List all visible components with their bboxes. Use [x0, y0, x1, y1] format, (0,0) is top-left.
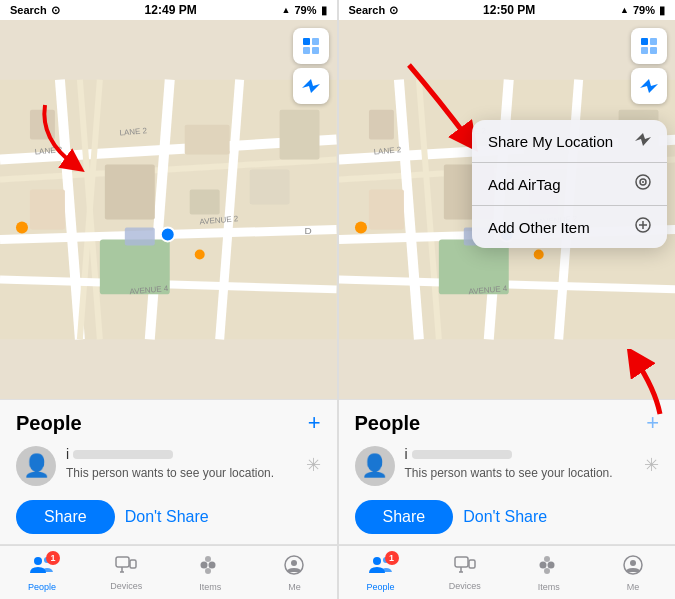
- left-me-icon: [284, 555, 304, 580]
- right-people-title: People: [355, 412, 421, 435]
- svg-rect-30: [312, 47, 319, 54]
- svg-rect-10: [105, 165, 155, 220]
- right-bottom-panel: People + 👤 i This person wants to see yo…: [339, 399, 676, 545]
- left-person-initial: i: [66, 446, 69, 462]
- battery-icon-left: ▮: [321, 4, 327, 17]
- left-avatar: 👤: [16, 446, 56, 486]
- right-tab-items[interactable]: Items: [507, 552, 591, 595]
- right-person-initial: i: [405, 446, 408, 462]
- svg-text:D: D: [305, 225, 312, 236]
- right-avatar: 👤: [355, 446, 395, 486]
- svg-rect-54: [368, 190, 403, 230]
- svg-rect-70: [641, 38, 648, 45]
- svg-rect-73: [650, 47, 657, 54]
- left-tab-items[interactable]: Items: [168, 552, 252, 595]
- left-loading-icon: ✳: [306, 454, 321, 476]
- svg-point-41: [205, 568, 211, 574]
- right-plus-btn[interactable]: +: [646, 410, 659, 436]
- right-map-controls: [631, 28, 667, 104]
- right-avatar-icon: 👤: [361, 453, 388, 479]
- add-other-label: Add Other Item: [488, 219, 590, 236]
- left-map-area[interactable]: LANE 2 LANE 2 AVENUE 2 AVENUE 4 D: [0, 20, 337, 399]
- left-badge: 1: [46, 551, 60, 565]
- svg-point-90: [544, 556, 550, 562]
- right-status-right: ▲ 79% ▮: [620, 4, 665, 17]
- svg-point-24: [16, 221, 28, 233]
- nav-icon-left: ▲: [282, 5, 291, 15]
- svg-rect-16: [280, 110, 320, 160]
- left-status-bar: Search ⊙ 12:49 PM ▲ 79% ▮: [0, 0, 337, 20]
- svg-rect-72: [641, 47, 648, 54]
- left-plus-btn[interactable]: +: [308, 410, 321, 436]
- left-tab-me[interactable]: Me: [252, 552, 336, 595]
- svg-rect-28: [312, 38, 319, 45]
- left-bottom-panel: People + 👤 i This person wants to see yo…: [0, 399, 337, 545]
- add-airtag-label: Add AirTag: [488, 176, 561, 193]
- left-avatar-icon: 👤: [23, 453, 50, 479]
- right-nav-icon: ▲: [620, 5, 629, 15]
- right-location-btn[interactable]: [631, 68, 667, 104]
- map-view-btn[interactable]: [293, 28, 329, 64]
- left-action-buttons: Share Don't Share: [0, 494, 337, 544]
- right-person-desc: This person wants to see your location.: [405, 465, 635, 482]
- right-tab-devices[interactable]: Devices: [423, 552, 507, 595]
- add-other-item[interactable]: Add Other Item: [472, 206, 667, 248]
- right-tab-me[interactable]: Me: [591, 552, 675, 595]
- left-tab-bar: 1 People Devices: [0, 545, 337, 599]
- svg-rect-35: [130, 560, 136, 568]
- right-tab-devices-label: Devices: [449, 581, 481, 591]
- add-airtag-icon: [635, 174, 651, 194]
- svg-rect-84: [455, 557, 468, 567]
- svg-rect-13: [185, 125, 230, 155]
- right-loading-icon: ✳: [644, 454, 659, 476]
- right-dropdown-menu: Share My Location Add AirTag: [472, 120, 667, 248]
- right-dont-share-btn[interactable]: Don't Share: [463, 500, 547, 534]
- location-btn[interactable]: [293, 68, 329, 104]
- svg-rect-71: [650, 38, 657, 45]
- time-left: 12:49 PM: [145, 3, 197, 17]
- svg-point-43: [291, 560, 297, 566]
- right-person-row: 👤 i This person wants to see your locati…: [339, 442, 676, 494]
- svg-point-38: [201, 562, 208, 569]
- right-status-bar: Search ⊙ 12:50 PM ▲ 79% ▮: [339, 0, 676, 20]
- share-location-item[interactable]: Share My Location: [472, 120, 667, 163]
- left-people-icon: 1: [30, 555, 54, 580]
- right-wifi-icon: ⊙: [389, 4, 398, 17]
- right-items-icon: [538, 555, 560, 580]
- svg-point-93: [630, 560, 636, 566]
- svg-point-39: [209, 562, 216, 569]
- right-tab-people[interactable]: 1 People: [339, 552, 423, 595]
- add-airtag-item[interactable]: Add AirTag: [472, 163, 667, 206]
- right-map-view-btn[interactable]: [631, 28, 667, 64]
- right-people-icon: 1: [369, 555, 393, 580]
- svg-point-68: [533, 249, 543, 259]
- left-person-info: i This person wants to see your location…: [66, 446, 296, 482]
- left-person-desc: This person wants to see your location.: [66, 465, 296, 482]
- left-tab-devices[interactable]: Devices: [84, 552, 168, 595]
- left-items-icon: [199, 555, 221, 580]
- left-tab-people[interactable]: 1 People: [0, 552, 84, 595]
- right-devices-icon: [454, 556, 476, 579]
- share-location-icon: [635, 131, 651, 151]
- svg-rect-12: [30, 110, 55, 140]
- svg-point-25: [195, 249, 205, 259]
- left-name-row: i: [66, 446, 296, 462]
- left-dont-share-btn[interactable]: Don't Share: [125, 500, 209, 534]
- right-map-area[interactable]: LANE 2 LANE 2 AVENUE 2 AVENUE 4 D: [339, 20, 676, 399]
- svg-point-77: [642, 181, 644, 183]
- right-tab-me-label: Me: [627, 582, 640, 592]
- right-badge: 1: [385, 551, 399, 565]
- svg-rect-18: [125, 227, 155, 245]
- svg-point-88: [539, 562, 546, 569]
- right-share-btn[interactable]: Share: [355, 500, 454, 534]
- right-people-header: People +: [339, 400, 676, 442]
- left-share-btn[interactable]: Share: [16, 500, 115, 534]
- right-battery: 79%: [633, 4, 655, 16]
- status-left: Search ⊙: [10, 4, 60, 17]
- svg-rect-11: [30, 190, 65, 230]
- right-tab-items-label: Items: [538, 582, 560, 592]
- svg-point-67: [354, 221, 366, 233]
- right-search-text: Search: [349, 4, 386, 16]
- left-map-controls: [293, 28, 329, 104]
- left-tab-devices-label: Devices: [110, 581, 142, 591]
